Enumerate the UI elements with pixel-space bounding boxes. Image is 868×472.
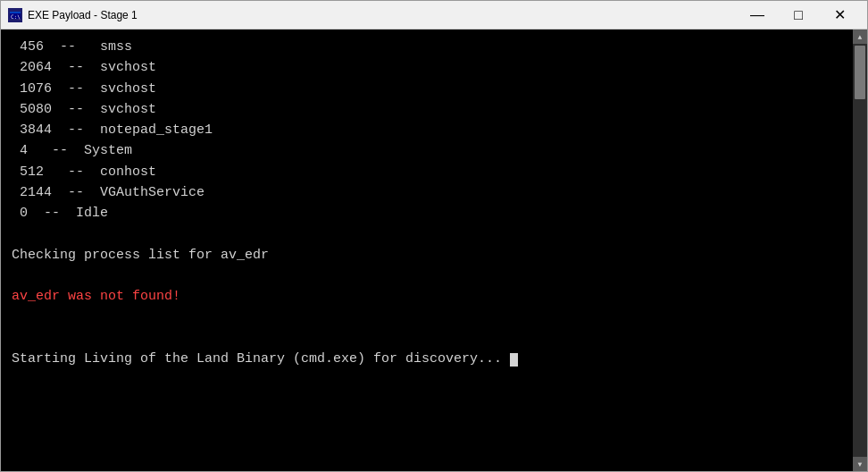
scrollbar-down-button[interactable]: ▼ (853, 457, 867, 471)
scrollbar-thumb[interactable] (855, 46, 865, 99)
terminal-line: Starting Living of the Land Binary (cmd.… (12, 349, 840, 369)
terminal-area: 456 -- smss 2064 -- svchost 1076 -- svch… (1, 30, 867, 471)
terminal-icon: C:\ (8, 8, 22, 22)
terminal-line (12, 307, 840, 327)
title-bar: C:\ EXE Payload - Stage 1 — □ ✕ (1, 1, 867, 30)
terminal-line: 3844 -- notepad_stage1 (12, 120, 840, 140)
terminal-line: 4 -- System (12, 140, 840, 161)
terminal-line (12, 266, 840, 286)
terminal-line (12, 328, 840, 349)
window-controls: — □ ✕ (737, 1, 860, 30)
terminal-line: Checking process list for av_edr (12, 245, 840, 266)
minimize-button[interactable]: — (737, 1, 778, 30)
terminal-output: 456 -- smss 2064 -- svchost 1076 -- svch… (12, 37, 856, 369)
scrollbar-up-button[interactable]: ▲ (853, 30, 867, 44)
scrollbar-track[interactable] (853, 44, 867, 457)
close-button[interactable]: ✕ (819, 1, 860, 30)
terminal-line: 1076 -- svchost (12, 79, 840, 99)
terminal-line: 2064 -- svchost (12, 57, 840, 78)
scrollbar[interactable]: ▲ ▼ (853, 30, 867, 471)
svg-text:C:\: C:\ (11, 13, 21, 20)
terminal-line: 456 -- smss (12, 37, 840, 57)
main-window: C:\ EXE Payload - Stage 1 — □ ✕ 456 -- s… (0, 0, 868, 472)
terminal-line (12, 223, 840, 244)
terminal-cursor (510, 353, 518, 367)
window-title: EXE Payload - Stage 1 (28, 9, 737, 21)
terminal-line: av_edr was not found! (12, 286, 840, 307)
terminal-line: 512 -- conhost (12, 162, 840, 182)
terminal-line: 0 -- Idle (12, 203, 840, 223)
terminal-line: 5080 -- svchost (12, 99, 840, 120)
maximize-button[interactable]: □ (778, 1, 819, 30)
terminal-line: 2144 -- VGAuthService (12, 182, 840, 203)
